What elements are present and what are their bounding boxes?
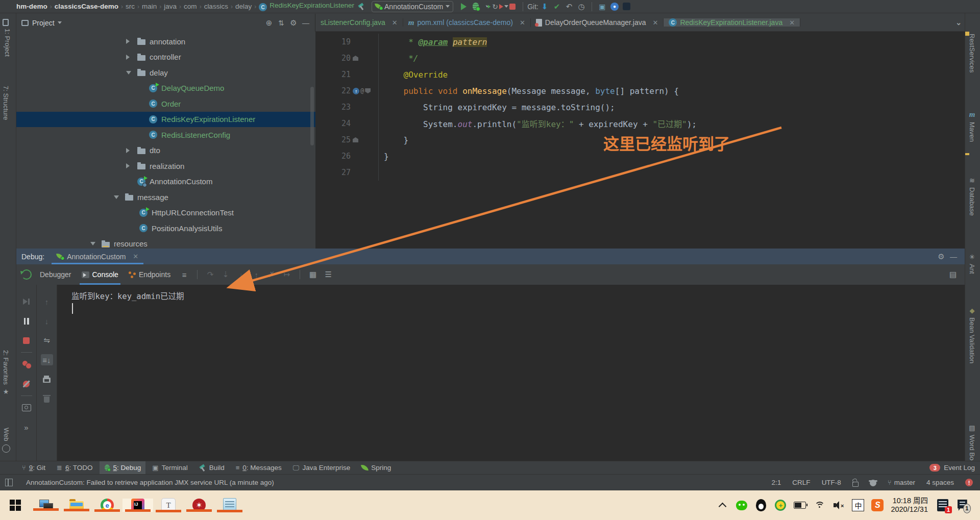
- code-editor[interactable]: 19 * @param pattern20 */21 @Override22↑@…: [315, 32, 965, 249]
- breadcrumb-item[interactable]: main: [142, 3, 157, 10]
- volume-muted-icon[interactable]: ×: [832, 499, 845, 512]
- fold-marker-icon[interactable]: [353, 56, 358, 61]
- taskbar-app-file-explorer[interactable]: [61, 499, 92, 511]
- resume-button[interactable]: [20, 296, 33, 307]
- tree-item-dto[interactable]: dto: [16, 143, 315, 159]
- notification-icon[interactable]: 1: [935, 499, 950, 512]
- breadcrumb-item[interactable]: hm-demo: [16, 3, 47, 10]
- breadcrumb-item[interactable]: CRedisKeyExpirationListener: [259, 2, 354, 12]
- hector-icon[interactable]: [870, 480, 876, 486]
- chevron-right-icon[interactable]: [126, 55, 137, 60]
- chevron-down-icon[interactable]: [58, 21, 62, 24]
- clear-console-icon[interactable]: [41, 393, 53, 404]
- tree-item-httpurlconnectiontest[interactable]: CHttpURLConnectionTest: [16, 205, 315, 221]
- qq-icon[interactable]: [755, 499, 767, 512]
- readonly-lock-icon[interactable]: [852, 482, 859, 487]
- error-notification-icon[interactable]: !: [965, 479, 973, 486]
- debug-console-output[interactable]: 监听到key：key_admin已过期: [57, 285, 965, 461]
- git-history-icon[interactable]: ◷: [575, 2, 587, 12]
- step-out-icon[interactable]: ↑: [250, 270, 263, 279]
- action-center-icon[interactable]: 1: [958, 499, 975, 512]
- network-icon[interactable]: [813, 499, 825, 512]
- tree-item-delayqueuedemo[interactable]: CDelayQueueDemo: [16, 81, 315, 96]
- sidebar-item-restservices[interactable]: RestServices: [968, 34, 976, 73]
- taskbar-app-start[interactable]: [0, 500, 31, 511]
- sidebar-item-web[interactable]: Web: [2, 428, 10, 453]
- up-stack-icon[interactable]: ↑: [41, 296, 53, 307]
- toolwindow-button-messages[interactable]: ≡0: Messages: [231, 461, 286, 474]
- close-icon[interactable]: ✕: [789, 19, 795, 27]
- sidebar-item-database[interactable]: ≋Database: [968, 177, 976, 216]
- gear-icon[interactable]: ⚙: [935, 252, 947, 262]
- drop-frame-icon[interactable]: ✗: [265, 270, 278, 279]
- stop-button[interactable]: [20, 335, 33, 346]
- tree-item-redislistenerconfig[interactable]: CRedisListenerConfig: [16, 127, 315, 143]
- event-log-button[interactable]: 3 Event Log: [929, 464, 975, 472]
- toolwindow-button-terminal[interactable]: ▣Terminal: [148, 461, 192, 474]
- chevron-down-icon[interactable]: [126, 71, 137, 75]
- sogou-input-icon[interactable]: S: [871, 499, 884, 512]
- tray-expand-icon[interactable]: [716, 499, 728, 512]
- hamburger-icon[interactable]: ≡: [178, 270, 191, 279]
- chevron-right-icon[interactable]: [126, 148, 137, 153]
- scroll-to-end-icon[interactable]: ≡↓: [41, 354, 53, 365]
- sidebar-item-maven[interactable]: mMaven: [968, 110, 976, 142]
- debug-button[interactable]: [470, 2, 482, 12]
- stop-button[interactable]: [506, 2, 519, 12]
- layout-settings-icon[interactable]: ☰: [322, 270, 335, 279]
- breadcrumb-item[interactable]: java: [164, 3, 177, 10]
- sidebar-item-structure[interactable]: 7: Structure: [2, 86, 10, 120]
- editor-tab-slistenerconfig-java[interactable]: sListenerConfig.java✕: [315, 18, 403, 27]
- sidebar-item-ant[interactable]: ✳Ant: [968, 253, 976, 274]
- print-icon[interactable]: [41, 374, 53, 385]
- hidden-tabs-chevron-icon[interactable]: ⌄: [952, 17, 965, 28]
- down-stack-icon[interactable]: ↓: [41, 315, 53, 327]
- locate-file-icon[interactable]: ⊕: [263, 18, 275, 28]
- collapse-all-icon[interactable]: ⇅: [275, 18, 287, 28]
- toolwindow-button-git[interactable]: ⑂9: Git: [17, 461, 50, 474]
- debug-session-tab[interactable]: AnnotationCustom ✕: [52, 249, 143, 264]
- pause-button[interactable]: [20, 315, 33, 327]
- debug-tab-endpoints[interactable]: Endpoints: [124, 264, 176, 285]
- wechat-icon[interactable]: [736, 499, 748, 512]
- run-to-cursor-icon[interactable]: ↦: [280, 270, 293, 279]
- user-account-icon[interactable]: ●: [608, 2, 621, 12]
- tree-scrollbar[interactable]: [310, 87, 314, 145]
- view-breakpoints-button[interactable]: [20, 359, 33, 370]
- caret-position[interactable]: 2:1: [772, 479, 781, 486]
- tree-item-message[interactable]: message: [16, 189, 315, 205]
- taskbar-app-remote-desktop[interactable]: [31, 500, 61, 511]
- status-message[interactable]: AnnotationCustom: Failed to retrieve app…: [26, 479, 274, 486]
- tree-item-rediskeyexpirationlistener[interactable]: CRedisKeyExpirationListener: [16, 112, 315, 128]
- taskbar-app-browser[interactable]: [92, 499, 122, 512]
- evaluate-expression-icon[interactable]: ▦: [306, 270, 320, 279]
- indent-setting[interactable]: 4 spaces: [926, 479, 954, 486]
- 360-safety-icon[interactable]: [774, 499, 787, 512]
- soft-wrap-icon[interactable]: ⇋: [41, 335, 53, 346]
- breadcrumb-item[interactable]: classics: [204, 3, 228, 10]
- more-actions-chevron[interactable]: »: [20, 422, 33, 433]
- close-icon[interactable]: ✕: [133, 253, 138, 260]
- step-over-icon[interactable]: ↷: [204, 270, 217, 279]
- breadcrumb-item[interactable]: delay: [235, 3, 252, 10]
- toolwindow-button-java-enterprise[interactable]: 🖵Java Enterprise: [288, 461, 355, 474]
- force-step-into-icon[interactable]: ↓: [234, 270, 248, 279]
- tool-window-switcher-icon[interactable]: [5, 479, 13, 486]
- mute-breakpoints-button[interactable]: [20, 378, 33, 389]
- sidebar-item-favorites[interactable]: 2: Favorites ★: [2, 350, 10, 395]
- fold-marker-icon[interactable]: [365, 88, 371, 93]
- taskbar-app-intellij-idea[interactable]: [122, 499, 153, 512]
- line-ending[interactable]: CRLF: [792, 479, 810, 486]
- dark-badge-icon[interactable]: [621, 2, 633, 12]
- tree-item-positionanalysisutils[interactable]: CPositionAnalysisUtils: [16, 220, 315, 236]
- git-branch-widget[interactable]: ⑂ master: [888, 479, 915, 486]
- breadcrumb-item[interactable]: classicsCase-demo: [55, 3, 118, 10]
- close-icon[interactable]: ✕: [520, 19, 525, 27]
- battery-icon[interactable]: [794, 499, 806, 512]
- tree-item-annotation[interactable]: annotation: [16, 34, 315, 49]
- close-icon[interactable]: ✕: [653, 19, 658, 27]
- debug-tab-debugger[interactable]: Debugger: [35, 264, 77, 285]
- debug-tab-console[interactable]: Console: [77, 264, 124, 285]
- file-encoding[interactable]: UTF-8: [822, 479, 841, 486]
- toolwindow-button-build[interactable]: Build: [194, 461, 229, 474]
